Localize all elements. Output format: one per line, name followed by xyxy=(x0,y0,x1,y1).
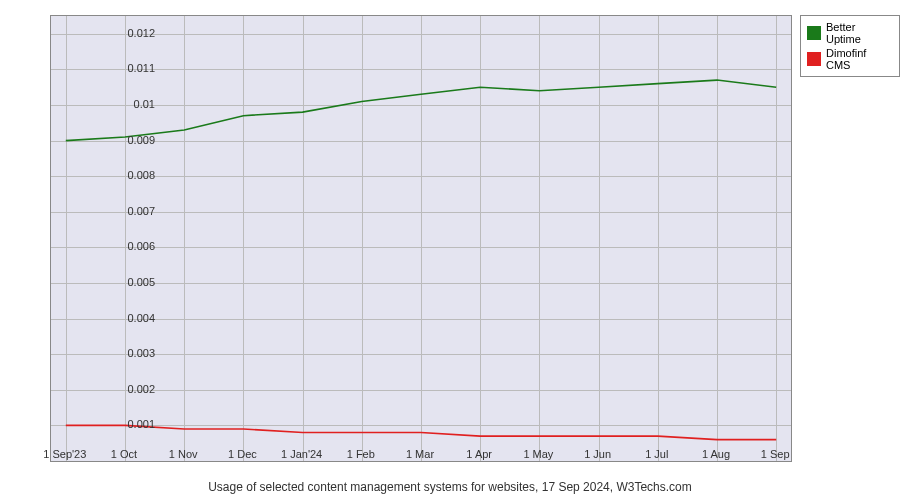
legend-label: Dimofinf CMS xyxy=(826,47,893,71)
legend-item: Dimofinf CMS xyxy=(807,46,893,72)
x-tick-label: 1 Dec xyxy=(228,448,257,460)
x-tick-label: 1 Aug xyxy=(702,448,730,460)
chart-caption: Usage of selected content management sys… xyxy=(0,480,900,494)
y-tick-label: 0.006 xyxy=(115,240,155,252)
x-tick-label: 1 Nov xyxy=(169,448,198,460)
x-tick-label: 1 Oct xyxy=(111,448,137,460)
y-tick-label: 0.001 xyxy=(115,418,155,430)
x-tick-label: 1 Sep xyxy=(761,448,790,460)
y-tick-label: 0.009 xyxy=(115,134,155,146)
y-tick-label: 0.008 xyxy=(115,169,155,181)
x-tick-label: 1 Feb xyxy=(347,448,375,460)
y-tick-label: 0.003 xyxy=(115,347,155,359)
x-tick-label: 1 Sep'23 xyxy=(43,448,86,460)
y-tick-label: 0.01 xyxy=(115,98,155,110)
y-tick-label: 0.012 xyxy=(115,27,155,39)
y-tick-label: 0.002 xyxy=(115,383,155,395)
legend-swatch-icon xyxy=(807,52,821,66)
x-tick-label: 1 May xyxy=(523,448,553,460)
series-line xyxy=(66,80,776,141)
chart-plot-area xyxy=(50,15,792,462)
series-line xyxy=(66,425,776,439)
x-tick-label: 1 Jun xyxy=(584,448,611,460)
legend-swatch-icon xyxy=(807,26,821,40)
x-tick-label: 1 Jan'24 xyxy=(281,448,322,460)
y-tick-label: 0.004 xyxy=(115,312,155,324)
legend-item: Better Uptime xyxy=(807,20,893,46)
x-tick-label: 1 Jul xyxy=(645,448,668,460)
legend-label: Better Uptime xyxy=(826,21,893,45)
legend: Better Uptime Dimofinf CMS xyxy=(800,15,900,77)
x-tick-label: 1 Apr xyxy=(466,448,492,460)
y-tick-label: 0.011 xyxy=(115,62,155,74)
y-tick-label: 0.005 xyxy=(115,276,155,288)
x-tick-label: 1 Mar xyxy=(406,448,434,460)
y-tick-label: 0.007 xyxy=(115,205,155,217)
